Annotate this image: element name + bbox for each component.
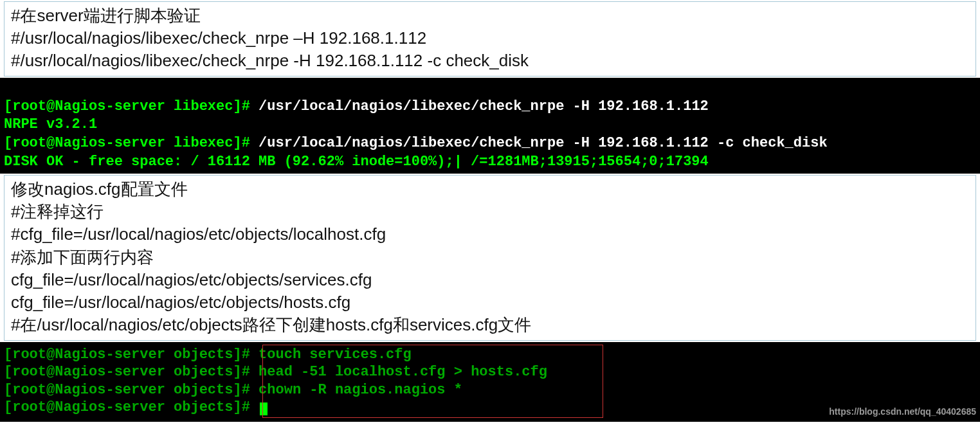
cursor-icon [260,402,268,415]
shell-command: head -51 localhost.cfg > hosts.cfg [259,364,547,380]
instruction-line: #注释掉这行 [11,201,969,223]
instruction-line: #/usr/local/nagios/libexec/check_nrpe -H… [11,50,969,72]
terminal-output-1: [root@Nagios-server libexec]# /usr/local… [0,78,980,174]
instruction-line: #cfg_file=/usr/local/nagios/etc/objects/… [11,223,969,246]
shell-prompt: [root@Nagios-server objects]# [4,382,259,398]
shell-output-line: DISK OK - free space: / 16112 MB (92.62%… [4,154,709,170]
shell-prompt: [root@Nagios-server objects]# [4,364,259,380]
shell-prompt: [root@Nagios-server libexec]# [4,135,259,151]
shell-command: /usr/local/nagios/libexec/check_nrpe -H … [259,135,828,151]
instruction-line: #在server端进行脚本验证 [11,5,969,27]
instruction-line: #/usr/local/nagios/libexec/check_nrpe –H… [11,27,969,50]
watermark-text: https://blog.csdn.net/qq_40402685 [829,406,976,418]
instruction-line: cfg_file=/usr/local/nagios/etc/objects/s… [11,269,969,291]
instruction-box-1: #在server端进行脚本验证 #/usr/local/nagios/libex… [4,1,976,77]
instruction-box-2: 修改nagios.cfg配置文件 #注释掉这行 #cfg_file=/usr/l… [4,175,976,341]
shell-command: chown -R nagios.nagios * [259,382,462,398]
shell-command: touch services.cfg [259,347,412,363]
instruction-line: cfg_file=/usr/local/nagios/etc/objects/h… [11,291,969,314]
shell-output-line: NRPE v3.2.1 [4,116,97,132]
shell-prompt: [root@Nagios-server objects]# [4,399,259,415]
instruction-line: #在/usr/local/nagios/etc/objects路径下创建host… [11,314,969,336]
shell-prompt: [root@Nagios-server libexec]# [4,98,259,114]
instruction-line: #添加下面两行内容 [11,246,969,269]
shell-prompt: [root@Nagios-server objects]# [4,347,259,363]
instruction-line: 修改nagios.cfg配置文件 [11,178,969,201]
shell-command: /usr/local/nagios/libexec/check_nrpe -H … [259,98,709,114]
terminal-output-2: [root@Nagios-server objects]# touch serv… [0,342,980,422]
